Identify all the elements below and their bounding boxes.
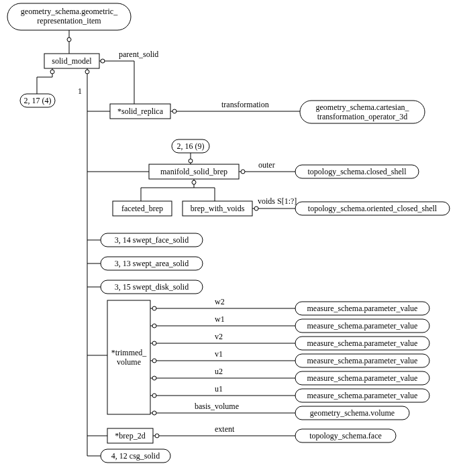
- svg-text:measure_schema.parameter_value: measure_schema.parameter_value: [307, 391, 418, 400]
- solid-model-label: solid_model: [52, 56, 92, 66]
- svg-text:topology_schema.oriented_close: topology_schema.oriented_closed_shell: [308, 204, 438, 213]
- svg-text:topology_schema.closed_shell: topology_schema.closed_shell: [308, 167, 407, 176]
- svg-text:outer: outer: [258, 160, 275, 170]
- svg-point-90: [155, 434, 159, 438]
- svg-text:measure_schema.parameter_value: measure_schema.parameter_value: [307, 321, 418, 331]
- svg-text:u2: u2: [215, 367, 223, 376]
- svg-text:transformation_operator_3d: transformation_operator_3d: [317, 112, 408, 121]
- svg-point-63: [152, 341, 156, 345]
- svg-text:u1: u1: [215, 384, 223, 394]
- root-line1: geometry_schema.geometric_: [21, 7, 118, 16]
- svg-text:v2: v2: [215, 332, 223, 341]
- root-entity: geometry_schema.geometric_ representatio…: [7, 3, 131, 30]
- svg-text:3, 15 swept_disk_solid: 3, 15 swept_disk_solid: [115, 282, 189, 292]
- svg-text:*brep_2d: *brep_2d: [115, 431, 145, 440]
- svg-text:measure_schema.parameter_value: measure_schema.parameter_value: [307, 339, 418, 348]
- svg-text:w2: w2: [215, 297, 225, 306]
- svg-point-19: [172, 109, 176, 113]
- svg-point-58: [152, 324, 156, 328]
- svg-text:voids S[1:?]: voids S[1:?]: [258, 196, 297, 206]
- svg-text:v1: v1: [215, 349, 223, 359]
- svg-text:3, 14 swept_face_solid: 3, 14 swept_face_solid: [115, 235, 189, 245]
- root-line2: representation_item: [37, 16, 101, 25]
- svg-text:volume: volume: [117, 357, 141, 367]
- svg-text:transformation: transformation: [221, 100, 269, 109]
- trimmed-volume-attrs: w2 measure_schema.parameter_value w1 mea…: [150, 297, 429, 420]
- svg-point-3: [67, 38, 71, 42]
- svg-text:*solid_replica: *solid_replica: [117, 107, 164, 116]
- svg-text:brep_with_voids: brep_with_voids: [191, 204, 245, 213]
- svg-point-25: [189, 159, 193, 163]
- svg-point-73: [152, 376, 156, 380]
- svg-point-10: [85, 70, 89, 74]
- svg-text:geometry_schema.cartesian_: geometry_schema.cartesian_: [316, 103, 410, 112]
- svg-point-40: [254, 206, 258, 211]
- svg-text:geometry_schema.volume: geometry_schema.volume: [310, 408, 395, 418]
- svg-text:measure_schema.parameter_value: measure_schema.parameter_value: [307, 356, 418, 365]
- svg-text:4, 12 csg_solid: 4, 12 csg_solid: [111, 451, 160, 461]
- svg-point-68: [152, 359, 156, 363]
- svg-point-83: [152, 411, 156, 415]
- svg-point-78: [152, 394, 156, 398]
- svg-text:faceted_brep: faceted_brep: [121, 204, 163, 213]
- svg-text:basis_volume: basis_volume: [195, 402, 239, 411]
- svg-point-33: [192, 180, 196, 184]
- svg-text:1: 1: [78, 86, 82, 96]
- svg-text:w1: w1: [215, 314, 225, 324]
- svg-text:2, 17 (4): 2, 17 (4): [24, 96, 52, 105]
- svg-point-29: [241, 170, 245, 174]
- svg-point-53: [152, 306, 156, 310]
- svg-text:measure_schema.parameter_value: measure_schema.parameter_value: [307, 373, 418, 383]
- svg-text:2, 16 (9): 2, 16 (9): [177, 141, 205, 151]
- svg-text:topology_schema.face: topology_schema.face: [309, 431, 382, 440]
- svg-text:parent_solid: parent_solid: [119, 50, 158, 59]
- svg-text:*trimmed_: *trimmed_: [111, 348, 148, 357]
- svg-text:measure_schema.parameter_value: measure_schema.parameter_value: [307, 304, 418, 313]
- svg-point-7: [50, 70, 54, 74]
- svg-point-14: [101, 59, 105, 63]
- svg-text:3, 13 swept_area_solid: 3, 13 swept_area_solid: [115, 259, 189, 268]
- svg-text:extent: extent: [215, 424, 235, 434]
- svg-text:manifold_solid_brep: manifold_solid_brep: [160, 167, 227, 176]
